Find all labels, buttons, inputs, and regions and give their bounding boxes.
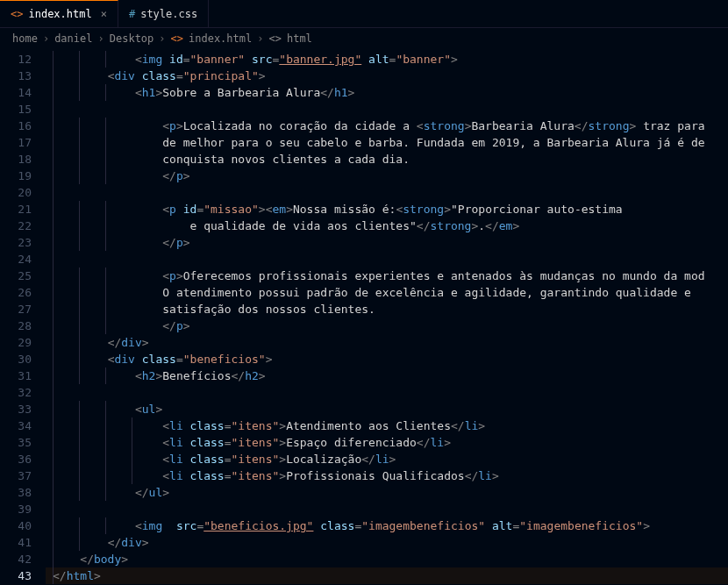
code-line[interactable]: </p> [46,168,728,184]
line-number: 29 [0,334,32,351]
breadcrumb-segment[interactable]: Desktop [110,32,154,45]
editor[interactable]: 1213141516171819202122232425262728293031… [0,49,728,585]
close-icon[interactable]: × [101,8,107,20]
line-number: 15 [0,101,32,118]
line-number: 27 [0,301,32,317]
chevron-right-icon: › [43,32,49,45]
line-number: 38 [0,484,32,501]
code-line[interactable]: O atendimento possui padrão de excelênci… [46,284,728,301]
breadcrumb-symbol[interactable]: html [287,32,312,45]
code-line[interactable]: <p id="missao"><em>Nossa missão é:<stron… [46,201,728,218]
code-line[interactable] [46,384,728,401]
code-line[interactable] [46,101,728,118]
breadcrumb-segment[interactable]: home [12,32,38,45]
line-number: 13 [0,68,32,84]
chevron-right-icon: › [98,32,104,45]
chevron-right-icon: › [159,32,165,45]
line-number: 21 [0,201,32,218]
line-number: 36 [0,451,32,467]
line-number: 30 [0,351,32,367]
code-line[interactable]: conquista novos clientes a cada dia. [46,151,728,168]
code-line[interactable] [46,251,728,268]
line-number: 41 [0,534,32,551]
code-line[interactable]: <div class="beneficios"> [46,351,728,367]
line-number: 42 [0,551,32,567]
code-line[interactable]: <img id="banner" src="banner.jpg" alt="b… [46,51,728,68]
code-line[interactable]: e qualidade de vida aos clientes"</stron… [46,218,728,234]
tab-index-html[interactable]: <>index.html× [0,0,118,27]
code-line[interactable]: <p>Oferecemos profissionais experientes … [46,268,728,284]
code-line[interactable]: </ul> [46,484,728,501]
tab-label: index.html [28,8,91,20]
line-number: 20 [0,184,32,201]
line-number: 34 [0,417,32,434]
line-number: 26 [0,284,32,301]
file-icon: # [129,8,135,20]
line-number: 19 [0,168,32,184]
line-number: 35 [0,434,32,451]
line-number: 18 [0,151,32,168]
code-line[interactable]: <li class="itens">Atendimento aos Client… [46,417,728,434]
code-line[interactable]: <h2>Benefícios</h2> [46,367,728,384]
code-line[interactable]: <p>Localizada no coração da cidade a <st… [46,118,728,134]
line-number: 25 [0,268,32,284]
code-line[interactable] [46,184,728,201]
line-number: 22 [0,218,32,234]
line-number: 40 [0,517,32,534]
line-number: 37 [0,467,32,484]
code-line[interactable]: </body> [46,551,728,567]
code-line[interactable]: </div> [46,334,728,351]
code-line[interactable] [46,501,728,517]
tab-style-css[interactable]: #style.css [118,0,209,27]
line-number: 33 [0,401,32,417]
code-line[interactable]: <img src="beneficios.jpg" class="imagemb… [46,517,728,534]
code-line[interactable]: </p> [46,317,728,334]
code-line[interactable]: <ul> [46,401,728,417]
tab-bar: <>index.html×#style.css [0,0,728,28]
code-line[interactable]: </p> [46,234,728,251]
code-line[interactable]: <li class="itens">Profissionais Qualific… [46,467,728,484]
line-gutter: 1213141516171819202122232425262728293031… [0,49,46,585]
code-line[interactable]: <div class="principal"> [46,68,728,84]
code-line[interactable]: </html> [46,567,728,584]
file-icon: <> [11,8,23,20]
line-number: 28 [0,317,32,334]
line-number: 39 [0,501,32,517]
code-line[interactable]: <li class="itens">Localização</li> [46,451,728,467]
line-number: 31 [0,367,32,384]
line-number: 12 [0,51,32,68]
file-icon: <> [171,32,183,45]
chevron-right-icon: › [257,32,263,45]
code-line[interactable]: <li class="itens">Espaço diferenciado</l… [46,434,728,451]
line-number: 16 [0,118,32,134]
tab-label: style.css [140,8,197,20]
symbol-icon: <> [268,32,281,45]
breadcrumb-segment[interactable]: daniel [54,32,92,45]
line-number: 32 [0,384,32,401]
breadcrumb-file[interactable]: index.html [189,32,252,45]
breadcrumb: home › daniel › Desktop › <> index.html … [0,28,728,49]
line-number: 23 [0,234,32,251]
code-area[interactable]: <img id="banner" src="banner.jpg" alt="b… [46,49,728,585]
code-line[interactable]: satisfação dos nossos clientes. [46,301,728,317]
code-line[interactable]: de melhor para o seu cabelo e barba. Fun… [46,134,728,151]
line-number: 14 [0,84,32,101]
line-number: 17 [0,134,32,151]
code-line[interactable]: <h1>Sobre a Barbearia Alura</h1> [46,84,728,101]
code-line[interactable]: </div> [46,534,728,551]
line-number: 24 [0,251,32,268]
line-number: 43 [0,567,32,584]
